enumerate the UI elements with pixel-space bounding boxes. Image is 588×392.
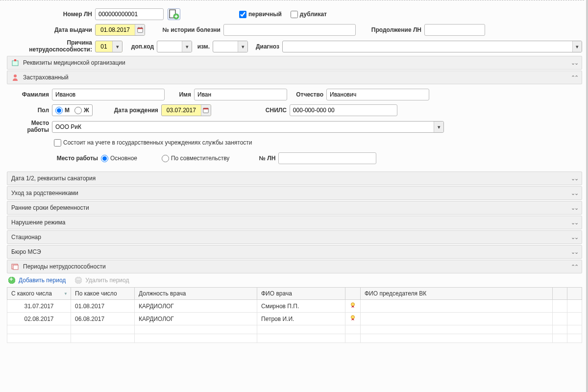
col-chairman[interactable]: ФИО председателя ВК	[361, 288, 553, 300]
history-number-label: № истории болезни	[145, 26, 223, 33]
history-number-input[interactable]	[223, 24, 356, 36]
chevron-down-icon: ⌄⌄	[571, 205, 578, 211]
svg-rect-12	[13, 265, 18, 270]
col-position[interactable]: Должность врача	[135, 288, 257, 300]
col-doctor[interactable]: ФИО врача	[257, 288, 345, 300]
chevron-down-icon: ⌄⌄	[571, 60, 578, 66]
section-violation[interactable]: Нарушение режима ⌄⌄	[7, 216, 582, 229]
col-extra2	[567, 288, 582, 300]
reason-code-select[interactable]	[95, 41, 122, 52]
chevron-down-icon: ⌄⌄	[571, 234, 578, 241]
section-hospital[interactable]: Стационар ⌄⌄	[7, 230, 582, 244]
table-row[interactable]	[7, 325, 582, 334]
chevron-down-icon[interactable]	[434, 122, 443, 132]
section-periods[interactable]: Периоды нетрудоспособности ⌃⌃	[7, 260, 582, 273]
surname-input[interactable]	[52, 89, 165, 100]
patronymic-input[interactable]	[326, 89, 429, 100]
sex-female-radio[interactable]	[74, 107, 82, 114]
person-icon	[11, 74, 19, 81]
main-workplace-radio[interactable]	[101, 155, 108, 162]
continuation-label: Продолжение ЛН	[356, 26, 424, 33]
section-pregnancy[interactable]: Ранние сроки беременности ⌄⌄	[7, 201, 582, 215]
svg-point-13	[351, 303, 355, 306]
section-med-org[interactable]: Реквизиты медицинской организации ⌄⌄	[7, 56, 582, 70]
issue-date-input[interactable]	[95, 24, 145, 36]
sex-label: Пол	[8, 107, 52, 114]
chevron-down-icon[interactable]	[238, 41, 247, 52]
chevron-down-icon: ⌄⌄	[571, 190, 578, 196]
diagnosis-label: Диагноз	[248, 39, 282, 50]
col-badge	[345, 288, 361, 300]
reason-label: Причинанетрудоспособности:	[7, 39, 95, 53]
snils-label: СНИЛС	[211, 107, 290, 114]
table-row[interactable]: 31.07.2017 01.08.2017 КАРДИОЛОГ Смирнов …	[7, 300, 582, 313]
patronymic-label: Отчество	[287, 91, 326, 98]
chevron-up-icon: ⌃⌃	[571, 74, 578, 81]
main-workplace-label: Основное	[110, 155, 137, 162]
issue-date-label: Дата выдачи	[7, 26, 95, 33]
name-input[interactable]	[194, 89, 287, 100]
certificate-icon	[349, 302, 356, 309]
delete-period-button[interactable]: Удалить период	[85, 277, 129, 284]
secondary-workplace-label: По совместительству	[171, 155, 229, 162]
chevron-down-icon: ⌄⌄	[571, 220, 578, 226]
ln-no-label: № ЛН	[229, 155, 278, 162]
diagnosis-select[interactable]	[282, 41, 582, 52]
workplace-label: Местоработы	[8, 120, 52, 133]
request-number-button[interactable]	[168, 8, 180, 20]
duplicate-checkbox[interactable]	[291, 11, 298, 18]
primary-label: первичный	[248, 11, 282, 18]
ln-number-input[interactable]	[95, 8, 164, 20]
document-plus-icon	[168, 8, 180, 20]
addcode-label: доп.код	[122, 39, 157, 50]
secondary-workplace-radio[interactable]	[162, 155, 169, 162]
registered-checkbox[interactable]	[54, 139, 61, 147]
delete-icon	[74, 276, 82, 284]
duplicate-label: дубликат	[300, 11, 327, 18]
section-sanatorium[interactable]: Дата 1/2, реквизиты санатория ⌄⌄	[7, 172, 582, 185]
periods-table[interactable]: С какого числа По какое число Должность …	[7, 287, 582, 343]
primary-checkbox[interactable]	[239, 11, 246, 18]
svg-rect-7	[14, 59, 16, 61]
chevron-down-icon: ⌄⌄	[571, 249, 578, 255]
chevron-down-icon: ⌄⌄	[571, 175, 578, 182]
svg-point-8	[14, 74, 17, 77]
calendar-icon[interactable]	[135, 24, 145, 35]
chevron-down-icon[interactable]	[572, 41, 582, 52]
hospital-icon	[11, 59, 19, 67]
chevron-down-icon[interactable]	[182, 41, 192, 52]
sex-radio-group: М Ж	[52, 104, 93, 116]
sex-male-radio[interactable]	[55, 107, 63, 114]
col-extra1	[553, 288, 567, 300]
svg-rect-10	[203, 108, 209, 110]
col-from[interactable]: С какого числа	[7, 288, 71, 300]
add-icon	[8, 276, 16, 284]
table-row[interactable]: 02.08.2017 06.08.2017 КАРДИОЛОГ Петров И…	[7, 313, 582, 325]
chevron-up-icon: ⌃⌃	[571, 264, 578, 270]
section-insured[interactable]: Застрахованный ⌃⌃	[7, 71, 582, 84]
registered-label: Состоит на учете в государственных учреж…	[63, 139, 252, 146]
calendar-icon[interactable]	[201, 105, 211, 116]
section-relatives[interactable]: Уход за родственниками ⌄⌄	[7, 186, 582, 200]
change-select[interactable]	[213, 41, 248, 52]
ln-number-label: Номер ЛН	[7, 11, 95, 18]
svg-point-14	[351, 316, 355, 319]
dob-label: Дата рождения	[93, 107, 161, 114]
workplace-type-label: Место работы	[37, 155, 101, 162]
chevron-down-icon[interactable]	[112, 41, 122, 52]
svg-rect-6	[12, 61, 18, 66]
snils-input[interactable]	[290, 104, 397, 116]
continuation-input[interactable]	[424, 24, 485, 36]
add-period-button[interactable]: Добавить период	[19, 277, 66, 284]
dob-input[interactable]	[161, 104, 211, 116]
workplace-select[interactable]	[52, 121, 444, 133]
ln-no-input[interactable]	[278, 152, 376, 164]
calendar-list-icon	[11, 263, 19, 270]
surname-label: Фамилия	[8, 91, 52, 98]
addcode-select[interactable]	[157, 41, 192, 52]
table-row[interactable]	[7, 334, 582, 343]
section-mse[interactable]: Бюро МСЭ ⌄⌄	[7, 245, 582, 259]
name-label: Имя	[165, 91, 194, 98]
certificate-icon	[349, 315, 356, 321]
col-to[interactable]: По какое число	[71, 288, 135, 300]
